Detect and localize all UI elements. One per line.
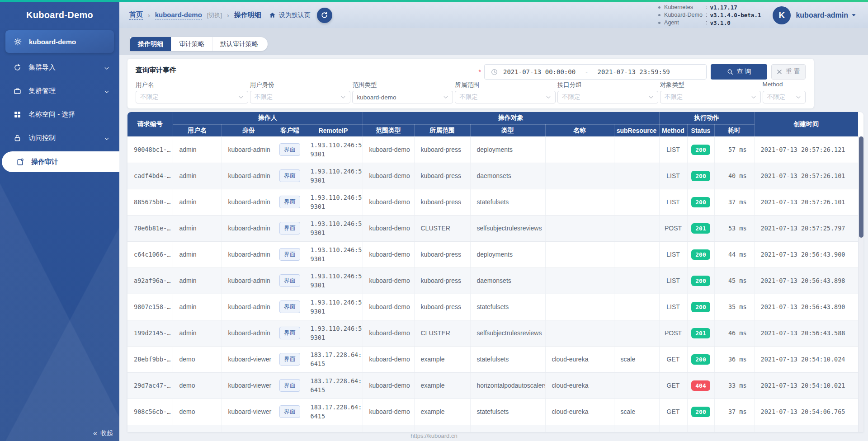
table-row[interactable]: 70e6b81e-…adminkuboard-admin界面1.93.110.2…: [127, 215, 858, 241]
version-row: Agent:v3.1.0: [658, 19, 761, 27]
vertical-scrollbar-thumb[interactable]: [859, 136, 863, 238]
search-button[interactable]: 查 询: [711, 64, 767, 80]
sidebar-item-access-control[interactable]: 访问控制: [0, 126, 119, 150]
cell-identity: kuboard-admin: [222, 163, 276, 189]
filter-select[interactable]: kuboard-demo: [352, 91, 453, 103]
sidebar-item-cluster-manage[interactable]: 集群管理: [0, 79, 119, 103]
cell-method: LIST: [659, 241, 687, 267]
cell-identity: kuboard-admin: [222, 189, 276, 215]
cell-user: admin: [173, 189, 222, 215]
cell-created: 2021-07-13 20:57:26.101: [754, 163, 858, 189]
sidebar-item-namespace-select[interactable]: 名称空间 - 选择: [0, 103, 119, 126]
cell-created: 2021-07-13 20:56:43.898: [754, 267, 858, 294]
cell-duration: 40 ms: [714, 163, 754, 189]
table-row[interactable]: cadf4bd4-…adminkuboard-admin界面1.93.110.2…: [127, 163, 858, 189]
cell-duration: 37 ms: [714, 399, 754, 425]
filter-placeholder: 不限定: [140, 93, 159, 101]
filter-placeholder: 不限定: [255, 93, 273, 101]
cell-scope-type: kuboard-demo: [363, 294, 414, 320]
cell-scope: CLUSTER: [414, 320, 470, 346]
cell-scope-type: kuboard-demo: [363, 267, 414, 294]
client-badge[interactable]: 界面: [279, 143, 300, 156]
table-row[interactable]: 28ebf9bb-…demokuboard-viewer界面183.17.228…: [127, 346, 858, 372]
cell-status: 200: [687, 267, 714, 294]
table-row[interactable]: 199d2145-…adminkuboard-admin界面1.93.110.2…: [127, 320, 858, 346]
cell-name: cloud-eureka: [545, 346, 614, 372]
client-badge[interactable]: 界面: [279, 274, 300, 287]
filter-用户名: 用户名不限定: [136, 81, 248, 103]
table-row-partial: [127, 425, 858, 432]
filter-select[interactable]: 不限定: [557, 91, 658, 103]
breadcrumb-switch-hint[interactable]: [切换]: [207, 11, 222, 19]
client-badge[interactable]: 界面: [279, 196, 300, 208]
filter-row: 用户名不限定用户身份不限定范围类型kuboard-demo所属范围不限定接口分组…: [136, 81, 806, 103]
filter-select[interactable]: 不限定: [250, 91, 351, 103]
cell-method: POST: [659, 320, 687, 346]
sidebar-item-operation-audit[interactable]: 操作审计: [2, 151, 119, 172]
cell-kind: selfsubjectrulesreviews: [470, 215, 545, 241]
cell-request-id: a92af96a-…: [127, 267, 173, 294]
cell-user: demo: [173, 346, 222, 372]
tab-默认审计策略[interactable]: 默认审计策略: [212, 37, 268, 51]
client-badge[interactable]: 界面: [279, 248, 300, 261]
col-group-action: 执行动作: [659, 112, 754, 124]
footer: https://kuboard.cn: [0, 432, 868, 440]
user-menu[interactable]: K kuboard-admin: [773, 6, 856, 24]
breadcrumb-home-link[interactable]: 首页: [129, 10, 143, 20]
sidebar-item-label: 集群管理: [28, 87, 56, 95]
cell-user: admin: [173, 320, 222, 346]
tab-审计策略[interactable]: 审计策略: [171, 37, 212, 51]
reset-button[interactable]: 重 置: [771, 64, 806, 80]
sidebar-item-current-cluster[interactable]: kuboard-demo: [5, 30, 114, 53]
table-row[interactable]: c64c1066-…adminkuboard-admin界面1.93.110.2…: [127, 241, 858, 267]
date-range-input[interactable]: 2021-07-13 00:00:00 - 2021-07-13 23:59:5…: [484, 64, 707, 80]
table-row[interactable]: 90048bc1-…adminkuboard-admin界面1.93.110.2…: [127, 136, 858, 163]
bullet-icon: [658, 22, 660, 24]
filter-select[interactable]: 不限定: [763, 91, 806, 103]
set-default-page-button[interactable]: 设为默认页: [269, 11, 311, 19]
kuboard-site-link[interactable]: https://kuboard.cn: [410, 432, 457, 439]
sidebar-item-label: 名称空间 - 选择: [28, 110, 75, 119]
filter-select[interactable]: 不限定: [660, 91, 761, 103]
filter-label: 接口分组: [557, 81, 658, 89]
cell-duration: 46 ms: [714, 320, 754, 346]
filter-label: 用户身份: [250, 81, 351, 89]
client-badge[interactable]: 界面: [279, 222, 300, 235]
col-header-request-id: 请求编号: [127, 112, 173, 136]
cell-subresource: [614, 241, 659, 267]
cell-remote-ip: 1.93.110.246:59301: [304, 294, 363, 320]
client-badge[interactable]: 界面: [279, 300, 300, 313]
filter-label: Method: [763, 81, 806, 89]
table-row[interactable]: a92af96a-…adminkuboard-admin界面1.93.110.2…: [127, 267, 858, 294]
breadcrumb-cluster-link[interactable]: kuboard-demo: [155, 11, 202, 19]
client-badge[interactable]: 界面: [279, 169, 300, 182]
table-row[interactable]: 885675b0-…adminkuboard-admin界面1.93.110.2…: [127, 189, 858, 215]
client-badge[interactable]: 界面: [279, 405, 300, 418]
cell-status: 201: [687, 320, 714, 346]
client-badge[interactable]: 界面: [279, 353, 300, 366]
search-icon: [727, 69, 733, 75]
table-row[interactable]: 29d7ac47-…demokuboard-viewer界面183.17.228…: [127, 372, 858, 399]
client-badge[interactable]: 界面: [279, 379, 300, 392]
cell-method: GET: [659, 399, 687, 425]
cell-status: 404: [687, 372, 714, 399]
status-badge: 201: [691, 223, 710, 234]
cell-request-id: c64c1066-…: [127, 241, 173, 267]
cell-method: LIST: [659, 294, 687, 320]
cell-scope-type: kuboard-demo: [363, 320, 414, 346]
client-badge[interactable]: 界面: [279, 327, 300, 339]
cell-kind: selfsubjectrulesreviews: [470, 320, 545, 346]
cell-subresource: [614, 189, 659, 215]
sidebar-item-cluster-import[interactable]: 集群导入: [0, 56, 119, 79]
vertical-scrollbar[interactable]: [858, 136, 863, 432]
cell-created: 2021-07-13 20:54:06.765: [754, 399, 858, 425]
audit-table-container: 请求编号 操作人 操作对象 执行动作 创建时间 用户名身份客户端RemoteIP…: [127, 112, 863, 432]
filter-select[interactable]: 不限定: [136, 91, 248, 103]
col-header-created: 创建时间: [754, 112, 858, 136]
table-row[interactable]: 908c56cb-…demokuboard-viewer界面183.17.228…: [127, 399, 858, 425]
refresh-button[interactable]: [317, 8, 332, 23]
col-header-subResource: subResource: [614, 124, 659, 136]
filter-select[interactable]: 不限定: [455, 91, 556, 103]
tab-操作明细[interactable]: 操作明细: [130, 37, 171, 51]
table-row[interactable]: 9807e158-…adminkuboard-admin界面1.93.110.2…: [127, 294, 858, 320]
